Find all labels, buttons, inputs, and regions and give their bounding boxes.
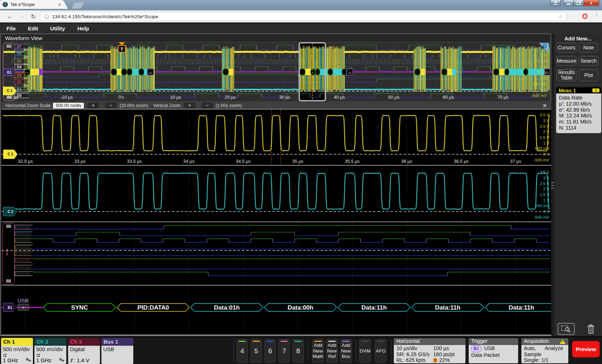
hzoom-plus-button[interactable]: + [87,103,99,108]
overview-waveforms: .........T [4,42,550,101]
bus-decode-plot[interactable]: SYNCPID:DATA0Data:01hData:00hData:11hDat… [1,285,551,335]
channel-card-ch1[interactable]: Ch 1500 mV/div1 GHzBW [1,338,33,364]
new-tab-button[interactable] [71,3,84,9]
app-area: Waveform View .........TD7D6D5D4D3D2D1D0… [0,34,602,336]
acquisition-panel[interactable]: AcquisitionAuto,AnalyzeSampleSingle: 1/1 [521,338,568,363]
bus-packet-label: Data:11h [362,304,387,311]
channel-5-button[interactable]: 5 [250,339,262,363]
add-new-math-button[interactable]: AddNewMath [312,339,324,363]
menu-item-utility[interactable]: Utility [50,25,71,31]
c1-time-label: 35 µs [292,159,304,164]
minimize-button[interactable] [563,0,573,6]
bus-packet-label: PID:DATA0 [137,304,169,311]
channel1-zoom-plot[interactable]: C 132.5 µs33 µs33.5 µs34 µs34.5 µs35 µs3… [1,109,551,165]
menu-item-edit[interactable]: Edit [28,25,44,31]
bus-add-button[interactable]: + [18,304,29,311]
trigger-marker-icon[interactable] [119,42,125,45]
trigger-panel-title: Trigger [469,338,518,345]
channel-card-bus1[interactable]: Bus 1USB [101,338,133,364]
digital-channels-plot[interactable]: C3 [1,222,551,285]
acquisition-panel-title: Acquisition [521,338,568,345]
addnew-search-button[interactable]: Search [579,56,598,66]
browser-menu-icon[interactable]: ⋮ [594,13,596,15]
ch2-badge-volt-label: 3 V [543,176,549,180]
horizontal-panel[interactable]: Horizontal10 µs/divSR: 6.25 GS/sRL: 625 … [394,338,465,363]
trigger-panel[interactable]: TriggerB1USBData Packet [469,338,518,363]
button-color-stripe [328,341,336,342]
hzoom-minus-button[interactable]: − [105,103,116,108]
back-icon[interactable]: ← [7,13,13,20]
digital-grip-top-icon[interactable] [6,225,11,228]
channel-card-ch2[interactable]: Ch 2500 mV/div1 GHzBW [34,338,66,364]
preview-button[interactable]: Preview [572,341,600,358]
overview-graticule[interactable]: .........TD7D6D5D4D3D2D1D0B1C 120 µs-10 … [3,42,550,102]
vzoom-plus-button[interactable]: + [184,103,195,108]
channel-setting-1: 500 mV/div [36,346,66,352]
button-color-stripe [314,341,322,342]
menu-item-help[interactable]: Help [77,25,92,31]
extension-icon[interactable] [582,14,588,19]
addnew-results-table-button[interactable]: ResultsTable [556,69,577,81]
hzoom-scale-label: Horizontal Zoom Scale [5,103,51,108]
hzoom-scale-input[interactable]: 500.00 ns/div [53,103,84,108]
afg-button[interactable]: AFG [375,339,387,363]
zoom-select-button[interactable] [558,323,575,335]
vzoom-minus-button[interactable]: − [202,103,213,108]
overview-volt-label: 500 mV [532,82,547,86]
addnew-measure-button[interactable]: Measure [556,56,577,66]
bus-packet-label: Data:01h [214,304,240,311]
overview-time-label: 60 µs [443,95,454,100]
addnew-cursors-button[interactable]: Cursors [556,43,577,53]
channel2-zoom-plot[interactable]: C 23.5 V3 V2.5 V2 V1.5 V1 V500 mV0 V-500… [1,165,551,221]
bookmark-star-icon[interactable]: ☆ [558,13,563,20]
bottombar-divider [308,340,309,362]
c1-time-label: 32.5 µs [18,159,33,164]
page-info-icon[interactable]: i [44,14,49,19]
maximize-button[interactable] [573,0,583,6]
add-new-bus-button[interactable]: AddNewBus [340,339,352,363]
warning-icon [560,339,565,344]
add-new-ref-button[interactable]: AddNewRef [326,339,338,363]
channel-card-body: USB [101,346,133,364]
overview-grip-top-icon[interactable] [6,45,11,48]
profile-icon[interactable] [550,0,561,6]
channel-color-stripe [281,341,288,342]
trash-icon [586,324,596,334]
measurement-badge[interactable]: Meas 1 1 Data Rateµ': 12.00 Mb/sσ': 42.9… [556,87,601,133]
dvm-button[interactable]: DVM [359,339,371,363]
zoom-close-icon[interactable]: ✕ [543,103,547,108]
channel-card-ch3[interactable]: Ch 3Digital: 1.4 V [68,338,100,364]
overview-volt-label: 1 V [541,76,547,80]
ch1-badge-volt-label: 1.5 V [540,135,549,140]
url-text[interactable]: 134.62.4.195/Tektronix/#/client/c/Tek%20… [52,14,558,19]
measurement-row: M: 12.24 Mb/s [559,113,601,119]
digital-group-handle[interactable]: C3 [3,223,15,284]
measurement-values: Data Rateµ': 12.00 Mb/sσ': 42.99 kb/sM: … [556,93,601,133]
url-bar[interactable]: i 134.62.4.195/Tektronix/#/client/c/Tek%… [40,12,567,21]
hzoom-factor: (20.00x zoom) [119,103,148,108]
browser-tab[interactable]: T Tek e*Scope × [0,0,64,9]
addnew-note-button[interactable]: Note [579,43,598,53]
ch2-badge-volt-label: 1.5 V [540,193,549,197]
digital-grip-bottom-icon[interactable] [6,280,11,282]
overview-volt-label: 1.5 V [537,70,547,74]
trash-button[interactable] [584,323,598,335]
horizontal-value: 10 µs/div [396,345,465,351]
menu-item-file[interactable]: File [6,25,22,31]
forward-icon[interactable]: → [19,13,25,20]
channel-4-button[interactable]: 4 [236,339,248,363]
close-button[interactable]: x [583,0,599,6]
channel-7-button[interactable]: 7 [278,339,290,363]
bus-decode-waveform: SYNCPID:DATA0Data:01hData:00hData:11hDat… [1,286,551,336]
addnew-plot-button[interactable]: Plot [579,69,598,81]
channel-6-button[interactable]: 6 [264,339,276,363]
browser-toolbar: ← → ↻ i 134.62.4.195/Tektronix/#/client/… [0,10,602,23]
overview-time-label: 10 µs [170,95,181,100]
channel-8-button[interactable]: 8 [292,339,304,363]
measurement-row: m: 11.81 Mb/s [559,119,601,125]
overview-time-label: 40 µs [334,95,345,100]
horizontal-value: T22% [433,357,450,363]
button-color-stripe [342,341,350,342]
reload-icon[interactable]: ↻ [31,13,36,20]
tab-close-icon[interactable]: × [58,2,61,7]
